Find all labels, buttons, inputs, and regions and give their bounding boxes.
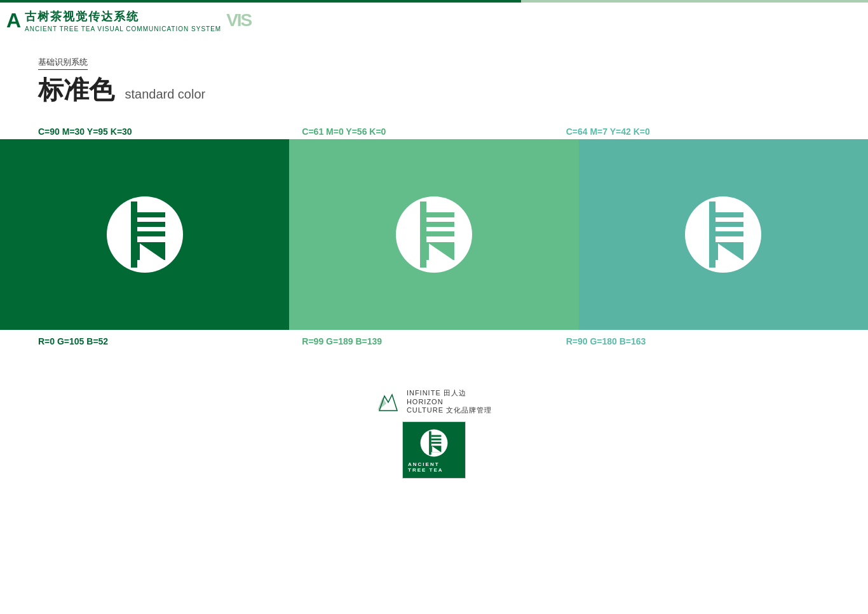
bottom-section: INFINITE 田人边 HORIZON CULTURE 文化品牌管理 ANCI… [0, 388, 868, 498]
svg-rect-12 [426, 231, 454, 236]
header: A 古树茶视觉传达系统 ANCIENT TREE TEA VISUAL COMM… [0, 3, 868, 38]
color-block-2 [289, 139, 578, 330]
cmyk-label-3: C=64 M=7 Y=42 K=0 [566, 126, 830, 137]
cmyk-labels-row: C=90 M=30 Y=95 K=30 C=61 M=0 Y=56 K=0 C=… [0, 126, 868, 137]
subtitle-en: standard color [125, 87, 205, 101]
svg-rect-1 [131, 201, 137, 268]
swatches-container: C=90 M=30 Y=95 K=30 C=61 M=0 Y=56 K=0 C=… [0, 126, 868, 350]
svg-rect-2 [137, 212, 165, 217]
header-title-en: ANCIENT TREE TEA VISUAL COMMUNICATION SY… [25, 25, 221, 32]
svg-rect-11 [426, 222, 454, 227]
color-block-1 [0, 139, 289, 330]
company-line2: HORIZON [407, 398, 492, 406]
company-name-block: INFINITE 田人边 HORIZON CULTURE 文化品牌管理 [407, 388, 492, 415]
subtitle-large: 标准色 [38, 72, 114, 107]
svg-rect-4 [137, 231, 165, 236]
svg-rect-17 [715, 212, 743, 217]
svg-rect-27 [431, 439, 442, 440]
svg-rect-18 [715, 222, 743, 227]
logo-icon-3 [679, 190, 768, 279]
brand-logo-icon [418, 427, 450, 459]
svg-rect-19 [715, 231, 743, 236]
cmyk-label-1: C=90 M=30 Y=95 K=30 [38, 126, 302, 137]
header-title-zh: 古树茶视觉传达系统 [25, 9, 221, 24]
svg-rect-3 [137, 222, 165, 227]
subtitle-section: 基础识别系统 标准色 standard color [0, 38, 868, 114]
svg-rect-26 [431, 435, 442, 437]
rgb-labels-row: R=0 G=105 B=52 R=99 G=189 B=139 R=90 G=1… [0, 332, 868, 350]
logo-icon-1 [100, 190, 189, 279]
logo-icon-2 [390, 190, 478, 279]
svg-marker-23 [377, 397, 386, 411]
company-line3: CULTURE 文化品牌管理 [407, 406, 492, 415]
subtitle-small: 基础识别系统 [38, 57, 88, 70]
cmyk-label-2: C=61 M=0 Y=56 K=0 [302, 126, 566, 137]
brand-logo-text: ANCIENT TREE TEA [408, 461, 460, 473]
logo-letter: A [6, 10, 21, 31]
company-info: INFINITE 田人边 HORIZON CULTURE 文化品牌管理 [376, 388, 492, 415]
rgb-label-2: R=99 G=189 B=139 [302, 336, 566, 346]
rgb-label-1: R=0 G=105 B=52 [38, 336, 302, 346]
rgb-label-3: R=90 G=180 B=163 [566, 336, 830, 346]
svg-rect-10 [426, 212, 454, 217]
svg-rect-9 [420, 201, 426, 268]
brand-logo-box: ANCIENT TREE TEA [402, 421, 466, 479]
svg-rect-28 [431, 442, 442, 444]
company-line1: INFINITE 田人边 [407, 388, 492, 398]
header-vis: VIS [226, 10, 251, 31]
color-blocks-row [0, 139, 868, 330]
color-block-3 [579, 139, 868, 330]
svg-rect-16 [709, 201, 715, 268]
company-logo-icon [376, 390, 400, 414]
svg-rect-25 [429, 431, 431, 454]
